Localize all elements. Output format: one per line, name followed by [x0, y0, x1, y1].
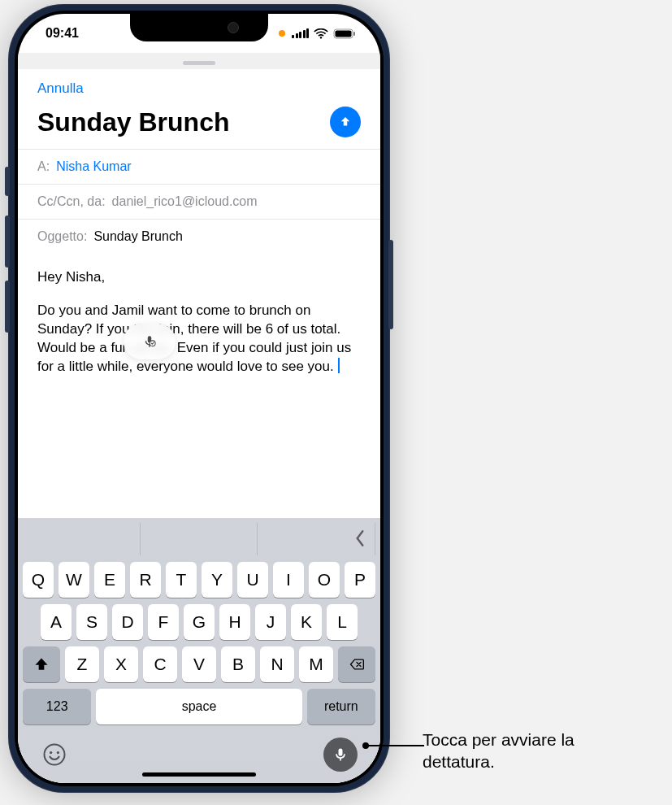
svg-rect-2	[353, 32, 355, 36]
key-b[interactable]: B	[221, 646, 255, 682]
numbers-key[interactable]: 123	[23, 689, 91, 724]
key-t[interactable]: T	[166, 562, 197, 598]
key-m[interactable]: M	[299, 646, 333, 682]
key-z[interactable]: Z	[65, 646, 99, 682]
key-y[interactable]: Y	[202, 562, 232, 598]
message-body[interactable]: Hey Nisha, Do you and Jamil want to come…	[18, 254, 380, 518]
predictive-bar[interactable]	[23, 523, 375, 555]
send-button[interactable]	[330, 107, 361, 137]
key-c[interactable]: C	[143, 646, 177, 682]
volume-up-button	[5, 215, 10, 268]
home-indicator[interactable]	[142, 772, 256, 777]
callout-text: Tocca per avviare la dettatura.	[423, 729, 574, 773]
sheet-grabber[interactable]	[18, 53, 380, 69]
body-greeting: Hey Nisha,	[37, 268, 361, 287]
key-o[interactable]: O	[309, 562, 340, 598]
key-r[interactable]: R	[130, 562, 161, 598]
key-d[interactable]: D	[112, 604, 143, 640]
return-key[interactable]: return	[307, 689, 375, 724]
chevron-left-icon[interactable]	[353, 529, 367, 550]
key-f[interactable]: F	[148, 604, 179, 640]
key-v[interactable]: V	[182, 646, 216, 682]
to-field[interactable]: A: Nisha Kumar	[18, 149, 380, 184]
key-q[interactable]: Q	[23, 562, 54, 598]
status-time: 09:41	[46, 26, 79, 41]
volume-down-button	[5, 281, 10, 333]
subject-value: Sunday Brunch	[93, 229, 182, 244]
device-notch	[130, 14, 268, 41]
cancel-button[interactable]: Annulla	[37, 80, 84, 97]
dictation-floating-indicator[interactable]	[124, 324, 176, 359]
svg-point-6	[57, 751, 59, 754]
key-s[interactable]: S	[76, 604, 107, 640]
key-h[interactable]: H	[219, 604, 250, 640]
to-recipient[interactable]: Nisha Kumar	[56, 159, 131, 174]
cc-label: Cc/Ccn, da:	[37, 194, 106, 209]
key-j[interactable]: J	[255, 604, 286, 640]
from-address: daniel_rico1@icloud.com	[112, 194, 258, 209]
callout-leader-line	[366, 745, 424, 746]
body-paragraph: Do you and Jamil want to come to brunch …	[37, 302, 351, 374]
svg-point-4	[45, 745, 65, 765]
keyboard[interactable]: QWERTYUIOP ASDFGHJKL ZXCVBNM 123 space	[18, 518, 380, 783]
emoji-keyboard-button[interactable]	[41, 741, 68, 768]
subject-label: Oggetto:	[37, 229, 87, 244]
space-key[interactable]: space	[96, 689, 301, 724]
cellular-signal-icon	[292, 28, 309, 38]
key-n[interactable]: N	[260, 646, 294, 682]
microphone-in-use-indicator	[279, 30, 285, 37]
key-l[interactable]: L	[327, 604, 358, 640]
key-k[interactable]: K	[291, 604, 322, 640]
iphone-device-frame: 09:41 Annulla	[8, 4, 390, 793]
key-w[interactable]: W	[59, 562, 89, 598]
power-button	[388, 240, 393, 329]
key-x[interactable]: X	[104, 646, 138, 682]
key-i[interactable]: I	[273, 562, 304, 598]
wifi-icon	[314, 28, 328, 39]
subject-field[interactable]: Oggetto: Sunday Brunch	[18, 219, 380, 254]
key-p[interactable]: P	[345, 562, 375, 598]
to-label: A:	[37, 159, 50, 174]
compose-title: Sunday Brunch	[37, 107, 229, 137]
dictate-button[interactable]	[323, 738, 358, 772]
cc-bcc-from-field[interactable]: Cc/Ccn, da: daniel_rico1@icloud.com	[18, 184, 380, 219]
key-g[interactable]: G	[184, 604, 215, 640]
shift-key[interactable]	[23, 646, 60, 682]
key-e[interactable]: E	[94, 562, 125, 598]
mute-switch	[5, 167, 10, 196]
svg-point-5	[50, 751, 52, 754]
text-cursor	[338, 358, 340, 373]
key-a[interactable]: A	[41, 604, 72, 640]
key-u[interactable]: U	[237, 562, 268, 598]
svg-rect-1	[336, 30, 352, 37]
delete-key[interactable]	[338, 646, 375, 682]
battery-icon	[333, 28, 356, 39]
